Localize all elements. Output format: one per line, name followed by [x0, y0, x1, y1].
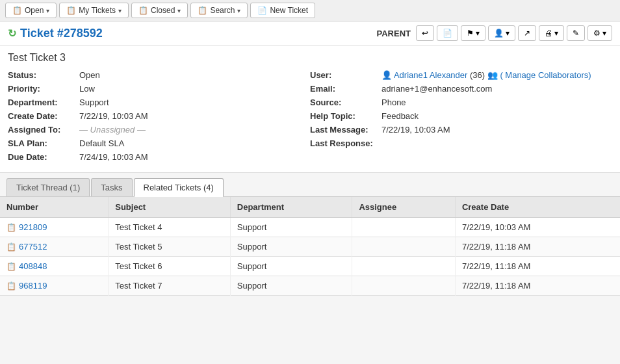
help-topic-value[interactable]: Feedback [381, 111, 419, 121]
cell-create-date: 7/22/19, 11:18 AM [455, 257, 620, 276]
cell-subject: Test Ticket 5 [109, 237, 231, 257]
new-ticket-icon: 📄 [257, 6, 267, 15]
priority-label: Priority: [8, 84, 79, 94]
ticket-icon: 📋 [6, 262, 16, 271]
col-create-date: Create Date [455, 197, 620, 218]
last-message-row: Last Message: 7/22/19, 10:03 AM [310, 125, 612, 135]
assigned-to-label: Assigned To: [8, 125, 79, 135]
manage-collaborators-link[interactable]: ( Manage Collaborators) [500, 70, 591, 80]
cell-department: Support [230, 257, 352, 276]
ticket-icon: 📋 [6, 281, 16, 291]
back-button[interactable]: ↩ [416, 25, 434, 41]
open-dropdown-arrow: ▾ [46, 7, 49, 14]
ticket-number-link[interactable]: 📋 408848 [6, 261, 101, 271]
col-number: Number [0, 197, 109, 218]
source-value[interactable]: Phone [381, 98, 406, 107]
department-value[interactable]: Support [79, 98, 109, 107]
user-name-link[interactable]: Adriane1 Alexander [394, 70, 467, 80]
refresh-icon[interactable]: ↻ [8, 27, 16, 40]
user-label: User: [310, 70, 381, 80]
status-value[interactable]: Open [79, 70, 100, 80]
tabs-container: Ticket Thread (1) Tasks Related Tickets … [0, 173, 620, 197]
email-row: Email: adriane+1@enhancesoft.com [310, 84, 612, 94]
status-row: Status: Open [8, 70, 310, 80]
search-icon: 📋 [198, 6, 207, 15]
nav-new-ticket[interactable]: 📄 New Ticket [250, 3, 315, 18]
top-nav: 📋 Open ▾ 📋 My Tickets ▾ 📋 Closed ▾ 📋 Sea… [0, 0, 620, 21]
assigned-to-value: — Unassigned — [79, 125, 146, 135]
ticket-number-link[interactable]: 📋 968119 [6, 281, 101, 291]
assigned-to-row: Assigned To: — Unassigned — [8, 125, 310, 135]
parent-label: PARENT [377, 29, 411, 38]
col-department: Department [230, 197, 352, 218]
edit-button[interactable]: ✎ [567, 25, 585, 41]
department-row: Department: Support [8, 98, 310, 107]
cell-assignee [352, 257, 456, 276]
tabs: Ticket Thread (1) Tasks Related Tickets … [6, 178, 614, 196]
info-col-left: Status: Open Priority: Low Department: S… [8, 70, 310, 166]
email-value: adriane+1@enhancesoft.com [381, 84, 492, 94]
related-tickets-table-container: Number Subject Department Assignee Creat… [0, 197, 620, 296]
user-count: (36) [470, 70, 485, 80]
table-row: 📋 408848 Test Ticket 6 Support 7/22/19, … [0, 257, 620, 276]
last-response-row: Last Response: [310, 138, 612, 148]
my-tickets-icon: 📋 [66, 6, 76, 15]
ticket-subject: Test Ticket 3 [8, 52, 612, 64]
related-tickets-table: Number Subject Department Assignee Creat… [0, 197, 620, 296]
priority-value[interactable]: Low [79, 84, 95, 94]
priority-row: Priority: Low [8, 84, 310, 94]
settings-button[interactable]: ⚙ ▾ [588, 25, 612, 41]
email-label: Email: [310, 84, 381, 94]
nav-my-tickets[interactable]: 📋 My Tickets ▾ [59, 3, 129, 18]
sla-row: SLA Plan: Default SLA [8, 138, 310, 148]
ticket-body: Test Ticket 3 Status: Open Priority: Low… [0, 46, 620, 173]
cell-subject: Test Ticket 6 [109, 257, 231, 276]
cell-assignee [352, 218, 456, 237]
tab-thread[interactable]: Ticket Thread (1) [6, 178, 90, 196]
last-response-label: Last Response: [310, 138, 381, 148]
print-button[interactable]: 🖨 ▾ [539, 25, 564, 41]
cell-department: Support [230, 218, 352, 237]
cell-number: 📋 921809 [0, 218, 109, 237]
col-assignee: Assignee [352, 197, 456, 218]
my-tickets-dropdown-arrow: ▾ [118, 7, 122, 14]
user-info: 👤 Adriane1 Alexander (36) 👥 ( Manage Col… [381, 70, 591, 80]
ticket-number-link[interactable]: 📋 677512 [6, 242, 101, 252]
ticket-actions: PARENT ↩ 📄 ⚑ ▾ 👤 ▾ ↗ 🖨 ▾ ✎ ⚙ ▾ [377, 25, 612, 41]
ticket-icon: 📋 [6, 242, 16, 252]
due-date-value[interactable]: 7/24/19, 10:03 AM [79, 152, 148, 162]
table-header-row: Number Subject Department Assignee Creat… [0, 197, 620, 218]
cell-department: Support [230, 237, 352, 257]
tab-related[interactable]: Related Tickets (4) [134, 178, 224, 197]
ticket-info: Status: Open Priority: Low Department: S… [8, 70, 612, 166]
table-row: 📋 968119 Test Ticket 7 Support 7/22/19, … [0, 276, 620, 296]
cell-number: 📋 408848 [0, 257, 109, 276]
table-row: 📋 921809 Test Ticket 4 Support 7/22/19, … [0, 218, 620, 237]
cell-department: Support [230, 276, 352, 296]
status-label: Status: [8, 70, 79, 80]
nav-open[interactable]: 📋 Open ▾ [5, 3, 57, 18]
cell-subject: Test Ticket 7 [109, 276, 231, 296]
document-button[interactable]: 📄 [437, 25, 458, 41]
tab-tasks[interactable]: Tasks [91, 178, 132, 196]
assign-button[interactable]: 👤 ▾ [488, 25, 515, 41]
cell-subject: Test Ticket 4 [109, 218, 231, 237]
settings-dropdown-arrow: ▾ [602, 29, 606, 38]
info-col-right: User: 👤 Adriane1 Alexander (36) 👥 ( Mana… [310, 70, 612, 166]
cell-assignee [352, 276, 456, 296]
share-button[interactable]: ↗ [518, 25, 536, 41]
sla-value[interactable]: Default SLA [79, 138, 124, 148]
due-date-row: Due Date: 7/24/19, 10:03 AM [8, 152, 310, 162]
col-subject: Subject [109, 197, 231, 218]
nav-closed[interactable]: 📋 Closed ▾ [131, 3, 188, 18]
nav-search[interactable]: 📋 Search ▾ [190, 3, 248, 18]
search-dropdown-arrow: ▾ [237, 7, 240, 14]
create-date-value: 7/22/19, 10:03 AM [79, 111, 148, 121]
flag-button[interactable]: ⚑ ▾ [461, 25, 485, 41]
open-icon: 📋 [12, 6, 22, 15]
cell-create-date: 7/22/19, 10:03 AM [455, 218, 620, 237]
last-message-value: 7/22/19, 10:03 AM [381, 125, 450, 135]
flag-dropdown-arrow: ▾ [476, 29, 480, 38]
last-message-label: Last Message: [310, 125, 381, 135]
ticket-number-link[interactable]: 📋 921809 [6, 222, 101, 232]
